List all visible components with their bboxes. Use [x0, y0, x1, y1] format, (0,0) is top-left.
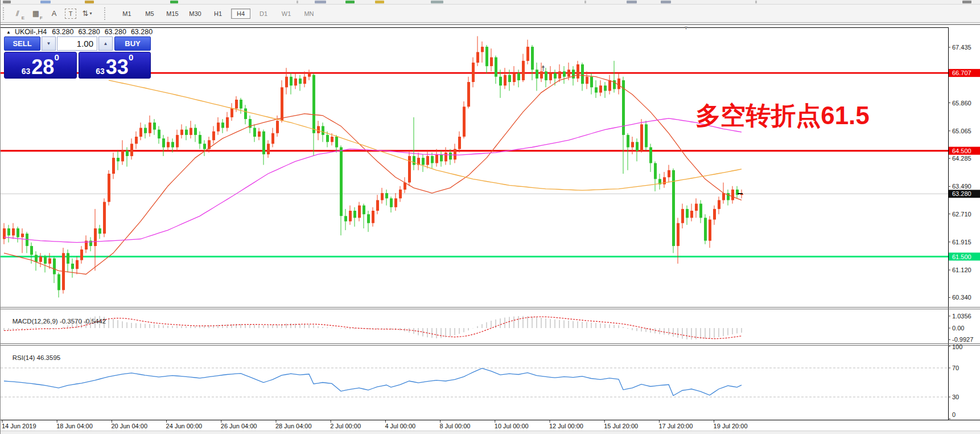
rsi-value: 46.3595 [37, 354, 61, 361]
ohlc-high: 63.280 [78, 28, 100, 36]
svg-text:0: 0 [952, 411, 956, 418]
last-price-dash [738, 193, 743, 194]
svg-text:67.435: 67.435 [952, 44, 971, 51]
svg-text:12 Jul 00:00: 12 Jul 00:00 [549, 423, 583, 429]
macd-axis: 1.03560.00-0.9927 [948, 313, 973, 343]
svg-text:66.707: 66.707 [952, 69, 971, 76]
buy-price-point: 0 [129, 54, 133, 62]
pane-borders [1, 27, 980, 420]
buy-price-pips: 33 [106, 58, 129, 76]
svg-text:65.860: 65.860 [952, 100, 971, 107]
macd-signal-line [4, 317, 742, 338]
object-marker-icon[interactable]: † [541, 64, 545, 72]
mt4-window: ⫽E▦FAT⇅▾ M1M5M15M30H1H4D1W1MN ▲ UKOil-,H… [0, 0, 980, 434]
svg-text:19 Jul 20:00: 19 Jul 20:00 [714, 423, 748, 429]
buy-price-panel[interactable]: 63 33 0 [79, 52, 151, 79]
chart-title: ▲ UKOil-,H4 63.280 63.280 63.280 63.280 [6, 28, 157, 36]
svg-text:70: 70 [952, 365, 959, 371]
ohlc-low: 63.280 [105, 28, 126, 36]
volume-increase-button[interactable]: ▲ [98, 36, 113, 51]
price-axis[interactable]: 67.43565.86065.06564.28563.49062.71061.9… [948, 44, 980, 301]
macd-pane-label: MACD(12,26,9) -0.3570 -0.5442 [5, 311, 106, 331]
sell-price-point: 0 [54, 54, 59, 62]
annotation-text[interactable]: 多空转折点61.5 [695, 101, 870, 129]
svg-text:20 Jun 04:00: 20 Jun 04:00 [111, 423, 147, 429]
volume-input[interactable]: 1.00 [57, 36, 97, 51]
svg-text:14 Jun 2019: 14 Jun 2019 [2, 423, 36, 429]
rsi-axis: 10070300 [948, 343, 962, 419]
sell-price-panel[interactable]: 63 28 0 [4, 52, 77, 79]
collapse-ohlc-icon[interactable]: ▲ [6, 30, 11, 35]
rsi-pane-label: RSI(14) 46.3595 [5, 347, 60, 368]
rsi-name: RSI(14) [13, 354, 35, 361]
svg-text:26 Jun 04:00: 26 Jun 04:00 [221, 423, 257, 429]
sell-price-pips: 28 [31, 58, 54, 76]
pane-splitter[interactable] [1, 344, 980, 346]
svg-text:8 Jul 00:00: 8 Jul 00:00 [440, 423, 471, 429]
svg-text:64.285: 64.285 [952, 155, 971, 162]
macd-value-main: -0.3570 [60, 318, 82, 325]
sell-button[interactable]: SELL [4, 36, 40, 51]
one-click-trading-panel: SELL ▼ 1.00 ▲ BUY 63 28 0 63 33 0 [4, 36, 151, 79]
svg-text:24 Jun 00:00: 24 Jun 00:00 [166, 423, 203, 429]
rsi-line [4, 369, 742, 396]
svg-text:61.915: 61.915 [952, 239, 971, 245]
buy-price-major: 63 [96, 66, 105, 76]
svg-text:63.490: 63.490 [952, 183, 971, 190]
svg-text:65.065: 65.065 [952, 128, 971, 134]
svg-text:10 Jul 00:00: 10 Jul 00:00 [495, 423, 529, 429]
svg-text:4 Jul 00:00: 4 Jul 00:00 [385, 423, 415, 429]
svg-text:18 Jun 04:00: 18 Jun 04:00 [56, 423, 93, 429]
pane-splitter[interactable] [1, 308, 980, 309]
sell-price-major: 63 [22, 66, 31, 76]
svg-text:2 Jul 00:00: 2 Jul 00:00 [330, 423, 361, 429]
svg-text:64.500: 64.500 [952, 148, 971, 154]
symbol-period-label: UKOil-,H4 [15, 28, 47, 36]
svg-text:61.500: 61.500 [952, 253, 971, 260]
ma-fast-red [4, 75, 742, 275]
svg-text:1.0356: 1.0356 [952, 313, 971, 320]
svg-text:61.120: 61.120 [952, 267, 971, 273]
svg-text:63.280: 63.280 [952, 190, 971, 197]
buy-button[interactable]: BUY [114, 36, 151, 51]
macd-name: MACD(12,26,9) [13, 318, 58, 325]
svg-text:-0.9927: -0.9927 [952, 336, 973, 343]
svg-text:28 Jun 04:00: 28 Jun 04:00 [275, 423, 312, 429]
svg-text:62.710: 62.710 [952, 211, 971, 218]
ohlc-open: 63.280 [52, 28, 73, 36]
svg-text:100: 100 [952, 343, 962, 350]
svg-text:60.340: 60.340 [952, 294, 971, 301]
macd-value-signal: -0.5442 [84, 318, 106, 325]
ohlc-close: 63.280 [131, 28, 153, 36]
macd-histogram [4, 316, 742, 339]
svg-text:0.00: 0.00 [952, 325, 964, 331]
svg-text:30: 30 [952, 394, 959, 400]
volume-decrease-button[interactable]: ▼ [42, 36, 56, 51]
time-axis[interactable]: 14 Jun 201918 Jun 04:0020 Jun 04:0024 Ju… [2, 420, 748, 429]
svg-text:17 Jul 20:00: 17 Jul 20:00 [658, 423, 693, 429]
chart-shift-marker-icon[interactable]: ▼ [683, 25, 689, 31]
svg-text:15 Jul 20:00: 15 Jul 20:00 [604, 423, 638, 429]
